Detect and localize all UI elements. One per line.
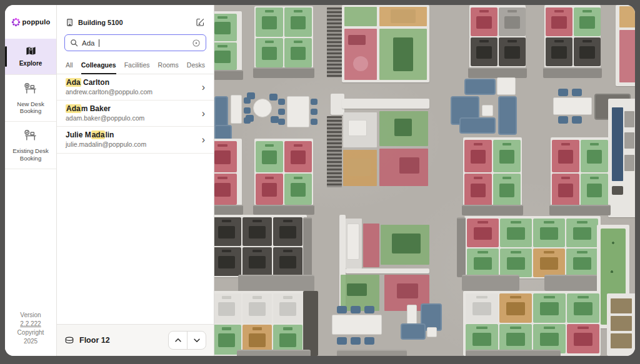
desk[interactable] — [284, 141, 312, 172]
desk[interactable] — [256, 174, 283, 205]
chair — [351, 306, 361, 313]
desk[interactable] — [471, 7, 498, 36]
desk[interactable] — [284, 174, 312, 205]
desk[interactable] — [552, 174, 579, 206]
desk[interactable] — [284, 38, 312, 67]
desk[interactable] — [500, 248, 532, 277]
desk[interactable] — [471, 37, 498, 66]
desk[interactable] — [242, 293, 272, 323]
tab-colleagues[interactable]: Colleagues — [81, 61, 116, 74]
desk[interactable] — [214, 14, 237, 41]
desk[interactable] — [466, 293, 498, 323]
chair — [364, 337, 374, 345]
desk[interactable] — [464, 174, 492, 206]
desk[interactable] — [214, 217, 241, 246]
search-input[interactable]: Ada — [64, 34, 206, 51]
desk[interactable] — [467, 248, 499, 277]
meeting-room[interactable] — [619, 30, 635, 82]
match-highlight: Ada — [66, 78, 81, 87]
desk[interactable] — [552, 140, 579, 172]
floor-map[interactable] — [214, 5, 635, 356]
desk[interactable] — [566, 248, 598, 277]
desk[interactable] — [533, 324, 566, 353]
sidebar-item-new-desk-booking[interactable]: New Desk Booking — [5, 75, 56, 122]
desk[interactable] — [499, 324, 532, 353]
desk[interactable] — [581, 174, 608, 206]
storage-shelf — [624, 132, 634, 149]
desk[interactable] — [214, 247, 241, 276]
desk[interactable] — [273, 217, 302, 246]
desk[interactable] — [499, 37, 526, 66]
edit-icon[interactable] — [196, 17, 205, 27]
desk[interactable] — [533, 293, 566, 323]
search-icon — [70, 39, 78, 47]
desk[interactable] — [566, 219, 598, 247]
sofa — [401, 323, 426, 340]
sidebar-item-explore[interactable]: Explore — [5, 39, 56, 75]
desk[interactable] — [466, 324, 498, 353]
meeting-room[interactable] — [344, 7, 377, 26]
sidebar: poppulo Explore New Desk — [5, 5, 57, 356]
desk[interactable] — [546, 7, 572, 36]
desk[interactable] — [242, 217, 272, 246]
clear-search-icon[interactable] — [192, 39, 201, 47]
desk[interactable] — [574, 37, 601, 66]
sidebar-item-existing-desk-booking[interactable]: Existing Desk Booking — [5, 122, 56, 169]
cabinet — [462, 275, 519, 291]
desk[interactable] — [574, 7, 601, 36]
desk-check-icon — [22, 128, 39, 144]
chair — [572, 116, 582, 124]
chair — [311, 99, 318, 105]
desk[interactable] — [533, 219, 565, 247]
storage-shelf — [611, 298, 632, 313]
meeting-room[interactable] — [363, 224, 379, 267]
desk[interactable] — [214, 141, 237, 172]
tab-desks[interactable]: Desks — [187, 61, 205, 74]
bar-counter — [612, 107, 623, 181]
desk[interactable] — [284, 7, 312, 37]
desk[interactable] — [499, 7, 526, 36]
desk[interactable] — [273, 247, 302, 276]
table — [392, 234, 421, 253]
floor-down-button[interactable] — [188, 332, 206, 349]
desk[interactable] — [567, 324, 599, 353]
desk[interactable] — [242, 247, 272, 276]
desk[interactable] — [256, 141, 283, 172]
desk[interactable] — [214, 42, 237, 70]
desk[interactable] — [256, 38, 283, 67]
desk[interactable] — [493, 174, 521, 206]
meeting-room[interactable] — [619, 6, 635, 27]
storage-shelf — [611, 333, 632, 348]
desk[interactable] — [546, 37, 572, 66]
result-row-colleague[interactable]: Adam Baker adam.baker@poppulo.com › — [57, 101, 214, 127]
desk[interactable] — [467, 219, 499, 247]
chair — [269, 94, 278, 101]
table — [399, 157, 419, 174]
building-label: Building 5100 — [78, 19, 191, 26]
version-number-link[interactable]: 2.2.222 — [8, 320, 54, 328]
copyright-word: Copyright — [8, 328, 54, 337]
cabinet — [462, 205, 523, 215]
desk[interactable] — [499, 293, 532, 323]
logo-text: poppulo — [22, 18, 51, 26]
desk[interactable] — [500, 219, 532, 247]
chair — [244, 107, 251, 114]
search-panel: Building 5100 Ada — [57, 5, 214, 356]
result-row-colleague[interactable]: Ada Carlton andrew.carlton@poppulo.com › — [57, 74, 214, 101]
desk[interactable] — [567, 293, 599, 323]
tab-rooms[interactable]: Rooms — [158, 61, 179, 74]
version-info: Version 2.2.222 Copyright 2025 — [5, 305, 56, 356]
desk[interactable] — [273, 293, 302, 323]
desk[interactable] — [533, 248, 565, 277]
logo: poppulo — [5, 5, 56, 39]
desk[interactable] — [214, 293, 241, 323]
desk[interactable] — [464, 140, 492, 172]
floor-up-button[interactable] — [169, 332, 188, 349]
desk[interactable] — [214, 174, 237, 205]
desk[interactable] — [581, 140, 608, 172]
result-row-colleague[interactable]: Julie Madalin julie.madalin@poppulo.com … — [57, 127, 214, 153]
desk[interactable] — [256, 7, 283, 37]
desk[interactable] — [493, 140, 521, 172]
tab-facilities[interactable]: Facilities — [124, 61, 150, 74]
tab-all[interactable]: All — [66, 61, 73, 74]
